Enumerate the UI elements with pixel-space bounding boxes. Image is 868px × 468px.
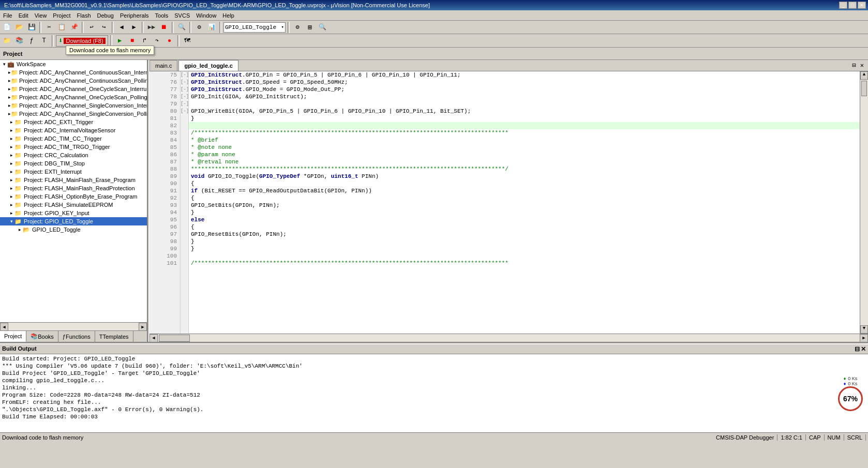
fold-81[interactable]: [-] — [181, 71, 188, 79]
hscroll-right-btn[interactable]: ▶ — [139, 323, 147, 331]
hscroll-thumb[interactable] — [159, 335, 190, 342]
run-btn[interactable]: ▶ — [114, 35, 126, 47]
close-button[interactable]: ✕ — [858, 2, 866, 9]
menu-tools[interactable]: Tools — [152, 11, 172, 20]
build-close-icon[interactable]: ✕ — [861, 345, 866, 353]
tree-item-19[interactable]: ▸ 📂 GPIO_LED_Toggle — [0, 225, 147, 234]
back-btn[interactable]: ◀ — [116, 22, 127, 33]
tree-item-8[interactable]: ▸ 📁 Project: ADC_TIM_CC_Trigger — [0, 134, 147, 143]
fold-101[interactable]: [-] — [181, 108, 188, 115]
tree-item-7[interactable]: ▸ 📁 Project: ADC_InternalVoltageSensor — [0, 126, 147, 134]
tree-item-11[interactable]: ▸ 📁 Project: DBG_TIM_Stop — [0, 159, 147, 168]
menu-file[interactable]: File — [0, 11, 16, 20]
menu-flash[interactable]: Flash — [74, 11, 94, 20]
target-dropdown[interactable]: GPIO_LED_Toggle ▾ — [223, 22, 286, 33]
tree-item-1[interactable]: ▸ 📁 Project: ADC_AnyChannel_ContinuousSc… — [0, 77, 147, 85]
new-file-btn[interactable]: 📄 — [1, 22, 12, 33]
tree-item-15[interactable]: ▸ 📁 Project: FLASH_OptionByte_Erase_Prog… — [0, 192, 147, 201]
tree-item-14[interactable]: ▸ 📁 Project: FLASH_MainFlash_ReadProtect… — [0, 184, 147, 192]
build-line-8: ".\Objects\GPIO_LED_Toggle.axf" - 0 Erro… — [2, 406, 866, 413]
configure-btn[interactable]: ⚙ — [292, 22, 303, 33]
tree-item-0[interactable]: ▸ 📁 Project: ADC_AnyChannel_ContinuousSc… — [0, 68, 147, 77]
build-float-icon[interactable]: ⊟ — [855, 345, 860, 353]
maximize-button[interactable]: □ — [848, 2, 857, 9]
tree-item-10[interactable]: ▸ 📁 Project: CRC_Calculation — [0, 151, 147, 159]
search-btn[interactable]: 🔍 — [317, 22, 328, 33]
menu-edit[interactable]: Edit — [16, 11, 32, 20]
cut-btn[interactable]: ✂ — [43, 22, 55, 33]
tree-item-13[interactable]: ▸ 📁 Project: FLASH_MainFlash_Erase_Progr… — [0, 176, 147, 184]
functions-btn[interactable]: ƒ — [26, 35, 37, 47]
tab-templates[interactable]: T Templates — [95, 331, 133, 342]
tree-item-16[interactable]: ▸ 📁 Project: FLASH_SimulateEEPROM — [0, 201, 147, 209]
paste-btn[interactable]: 📌 — [68, 22, 80, 33]
step-over-btn[interactable]: ↷ — [152, 35, 163, 47]
close-icon[interactable]: ✕ — [858, 62, 866, 69]
fwd-btn[interactable]: ▶ — [128, 22, 140, 33]
code-line-94: } — [189, 209, 860, 216]
save-btn[interactable]: 💾 — [26, 22, 37, 33]
fold-83[interactable]: [-] — [181, 79, 188, 86]
hscroll-left-btn[interactable]: ◀ — [149, 334, 158, 342]
tree-label-15: Project: FLASH_OptionByte_Erase_Program — [24, 193, 138, 200]
templates-btn[interactable]: T — [38, 35, 50, 47]
redo-btn[interactable]: ↪ — [98, 22, 110, 33]
right-panel: main.c gpio_led_toggle.c ⊟ ✕ 75 76 77 78… — [149, 60, 868, 342]
tree-item-12[interactable]: ▸ 📁 Project: EXTI_Interrupt — [0, 168, 147, 176]
expand-icon-8: ▸ — [8, 136, 14, 141]
tab-functions[interactable]: ƒ Functions — [58, 331, 95, 342]
tree-item-3[interactable]: ▸ 📁 Project: ADC_AnyChannel_OneCycleScan… — [0, 93, 147, 101]
debug-btn[interactable]: 🔍 — [176, 22, 187, 33]
vscroll-thumb[interactable] — [861, 81, 867, 96]
view1-btn[interactable]: ▤ — [304, 22, 316, 33]
download-button[interactable]: ⬇ Download (F8) — [56, 35, 108, 47]
step-btn[interactable]: ↱ — [139, 35, 151, 47]
fold-96[interactable]: [-] — [181, 100, 188, 108]
stop-btn[interactable]: ⏹ — [158, 22, 170, 33]
manage-btn[interactable]: 📊 — [206, 22, 217, 33]
tree-item-18[interactable]: ▾ 📁 Project: GPIO_LED_Toggle — [0, 217, 147, 225]
menu-view[interactable]: View — [32, 11, 50, 20]
build-btn[interactable]: ▶▶ — [146, 22, 157, 33]
tree-item-6[interactable]: ▸ 📁 Project: ADC_EXTI_Trigger — [0, 118, 147, 126]
hscroll-left-btn[interactable]: ◀ — [0, 323, 8, 331]
open-btn[interactable]: 📂 — [13, 22, 25, 33]
workspace-label[interactable]: ▾ 💼 WorkSpace — [0, 60, 147, 68]
books-btn[interactable]: 📚 — [13, 35, 25, 47]
tree-label-7: Project: ADC_InternalVoltageSensor — [24, 127, 115, 133]
float-icon[interactable]: ⊟ — [850, 62, 858, 69]
status-left: Download code to flash memory — [2, 434, 713, 441]
bp-btn[interactable]: ● — [164, 35, 175, 47]
folder-icon-8: 📁 — [14, 135, 23, 142]
tree-item-17[interactable]: ▸ 📁 Project: GPIO_KEY_Input — [0, 209, 147, 217]
mem-map-btn[interactable]: 🗺 — [182, 35, 193, 47]
fold-92[interactable]: [-] — [181, 93, 188, 100]
tree-item-5[interactable]: ▸ 📁 Project: ADC_AnyChannel_SingleConver… — [0, 110, 147, 118]
menu-project[interactable]: Project — [50, 11, 73, 20]
editor-vscrollbar[interactable]: ▲ ▼ — [860, 71, 868, 334]
fold-90[interactable]: [-] — [181, 86, 188, 93]
menu-svcs[interactable]: SVCS — [171, 11, 193, 20]
ln-96: 96 — [149, 223, 180, 231]
tab-books[interactable]: 📚 Books — [26, 331, 58, 342]
tree-item-2[interactable]: ▸ 📁 Project: ADC_AnyChannel_OneCycleScan… — [0, 85, 147, 93]
tab-project[interactable]: Project — [0, 331, 26, 342]
tree-item-9[interactable]: ▸ 📁 Project: ADC_TIM_TRGO_Trigger — [0, 143, 147, 151]
undo-btn[interactable]: ↩ — [86, 22, 97, 33]
menu-peripherals[interactable]: Peripherals — [117, 11, 152, 20]
tree-item-4[interactable]: ▸ 📁 Project: ADC_AnyChannel_SingleConver… — [0, 101, 147, 110]
hscroll-right-btn[interactable]: ▶ — [860, 334, 868, 342]
tab-main-c[interactable]: main.c — [149, 60, 177, 71]
menu-debug[interactable]: Debug — [94, 11, 117, 20]
menu-help[interactable]: Help — [219, 11, 237, 20]
stop2-btn[interactable]: ■ — [127, 35, 138, 47]
menu-window[interactable]: Window — [193, 11, 219, 20]
tab-gpio-c[interactable]: gpio_led_toggle.c — [178, 60, 238, 71]
vscroll-down-btn[interactable]: ▼ — [860, 325, 868, 334]
copy-btn[interactable]: 📋 — [56, 22, 67, 33]
vscroll-up-btn[interactable]: ▲ — [860, 71, 868, 80]
target-options-btn[interactable]: ⚙ — [193, 22, 205, 33]
code-content[interactable]: GPIO_InitStruct.GPIO_Pin = GPIO_Pin_5 | … — [189, 71, 860, 334]
project-window-btn[interactable]: 📁 — [1, 35, 12, 47]
minimize-button[interactable]: _ — [839, 2, 847, 9]
